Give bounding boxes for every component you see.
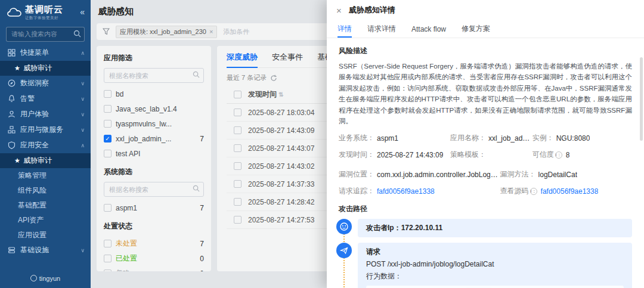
app-filter-item[interactable]: test API xyxy=(104,146,204,161)
scrollbar-thumb[interactable] xyxy=(640,57,643,141)
tab-request-detail[interactable]: 请求详情 xyxy=(367,20,396,38)
sidebar-item-quick-menu[interactable]: 快捷菜单 ∧ xyxy=(0,45,91,61)
field-value: aspm1 xyxy=(377,134,398,143)
user-icon xyxy=(7,110,16,118)
info-icon[interactable] xyxy=(555,151,562,159)
app-filter-item[interactable]: bd xyxy=(104,86,204,101)
refresh-icon[interactable] xyxy=(270,75,277,82)
sidebar-item-infrastructure[interactable]: 基础设施 ∨ xyxy=(0,243,91,258)
sidebar-item-base-config[interactable]: 基础配置 xyxy=(0,198,91,213)
grid-icon xyxy=(7,49,16,57)
row-checkbox[interactable] xyxy=(234,180,242,188)
attacker-icon xyxy=(336,219,352,234)
behavior-code: executorAddress=http://ng████████&logId=… xyxy=(366,286,624,288)
sidebar-collapse-icon[interactable]: « xyxy=(80,7,85,17)
row-checkbox[interactable] xyxy=(234,162,242,170)
app-filter-item[interactable]: Java_sec_lab_v1.4 xyxy=(104,101,204,116)
view-source-link[interactable]: fafd0056f9ae1338 xyxy=(541,187,599,196)
sidebar-subitem-label: 基础配置 xyxy=(18,200,47,210)
sidebar-footer: tingyun xyxy=(0,270,91,288)
sidebar-item-component-risk[interactable]: 组件风险 xyxy=(0,183,91,198)
app-filter-search-input[interactable] xyxy=(104,68,204,83)
tab-detail[interactable]: 详情 xyxy=(338,20,352,38)
request-line: POST /xxl-job-admin/joblog/logDetailCat xyxy=(366,260,624,268)
sidebar-item-threat-audit-quick[interactable]: ★ 威胁审计 xyxy=(0,61,91,76)
remove-filter-icon[interactable]: × xyxy=(209,28,213,35)
threat-detail-drawer: × 威胁感知详情 详情 请求详情 Attack flow 修复方案 风险描述 S… xyxy=(327,0,644,288)
sidebar-item-api-assets[interactable]: API资产 xyxy=(0,213,91,228)
app-root: 基调听云 让数字体验更美好 « 快捷菜单 ∧ ★ 威胁审计 数据洞察 xyxy=(0,0,644,288)
tab-security-events[interactable]: 安全事件 xyxy=(272,52,303,63)
sidebar-search xyxy=(6,27,85,42)
checkbox[interactable] xyxy=(104,90,112,98)
risk-desc-title: 风险描述 xyxy=(339,46,632,56)
app-filter-item-count: 7 xyxy=(200,135,204,143)
sidebar-item-user-experience[interactable]: 用户体验 ∨ xyxy=(0,107,91,122)
filter-panel: 应用筛选 bd Java_sec_lab_v1.4 tyas xyxy=(97,46,211,271)
checkbox[interactable] xyxy=(104,204,112,212)
checkbox[interactable] xyxy=(104,240,112,247)
system-filter-item-label: aspm1 xyxy=(116,204,137,212)
checkbox-checked[interactable]: ✓ xyxy=(104,135,112,143)
status-handled-label: 已处置 xyxy=(116,253,137,264)
system-filter-search-input[interactable] xyxy=(104,182,204,197)
tab-attack-flow[interactable]: Attack flow xyxy=(411,20,446,38)
field-label: 业务系统： xyxy=(339,133,374,143)
attack-path-timeline: 攻击者Ip：172.20.10.11 请求 POST /xxl-job-admi… xyxy=(336,219,632,288)
sidebar-item-data-insight[interactable]: 数据洞察 ∨ xyxy=(0,76,91,91)
field-label: 实例： xyxy=(532,133,554,143)
field-value: 2025-08-27 14:43:09 xyxy=(377,151,443,159)
row-checkbox[interactable] xyxy=(234,216,242,224)
status-item-count: 0 xyxy=(200,255,204,263)
tab-fix-plan[interactable]: 修复方案 xyxy=(462,20,490,38)
row-checkbox[interactable] xyxy=(234,144,242,152)
field-label: 应用名称： xyxy=(450,133,486,143)
bell-icon xyxy=(7,95,16,103)
row-checkbox[interactable] xyxy=(234,126,242,134)
status-filter-item[interactable]: 未处置 7 xyxy=(104,236,204,251)
sidebar-menu: 快捷菜单 ∧ ★ 威胁审计 数据洞察 ∨ 告警 ∨ 用户体验 ∨ xyxy=(0,45,91,270)
sidebar-item-app-security[interactable]: 应用安全 ∧ xyxy=(0,138,91,153)
app-filter-item[interactable]: tyaspmvulns_lw... xyxy=(104,116,204,131)
search-icon xyxy=(193,71,200,78)
request-trace-link[interactable]: fafd0056f9ae1338 xyxy=(377,187,435,196)
checkbox[interactable] xyxy=(104,105,112,113)
server-icon xyxy=(7,246,16,254)
sidebar-item-label: 基础设施 xyxy=(20,245,49,255)
app-filter-item-selected[interactable]: ✓ xxl_job_admin_... 7 xyxy=(104,131,204,146)
request-panel: 请求 POST /xxl-job-admin/joblog/logDetailC… xyxy=(358,243,632,288)
sidebar-item-alerts[interactable]: 告警 ∨ xyxy=(0,91,91,107)
checkbox[interactable] xyxy=(104,120,112,128)
sidebar-item-app-settings[interactable]: 应用设置 xyxy=(0,228,91,243)
search-icon xyxy=(73,30,81,38)
sort-icon[interactable]: ⇅ xyxy=(278,91,283,98)
sidebar-item-policy-mgmt[interactable]: 策略管理 xyxy=(0,168,91,183)
app-filter-item-label: xxl_job_admin_... xyxy=(116,135,171,143)
checkbox[interactable] xyxy=(104,150,112,157)
field-label: 查看源码 xyxy=(500,186,529,196)
app-filter-item-label: tyaspmvulns_lw... xyxy=(116,120,172,128)
row-checkbox[interactable] xyxy=(234,109,242,116)
select-all-checkbox[interactable] xyxy=(234,91,242,98)
app-filter-item-label: test API xyxy=(116,150,140,158)
app-filter-item-label: Java_sec_lab_v1.4 xyxy=(116,105,177,113)
sidebar-item-threat-audit[interactable]: ★ 威胁审计 xyxy=(0,153,91,168)
sidebar-subitem-label: 威胁审计 xyxy=(23,63,52,73)
close-icon[interactable]: × xyxy=(336,5,342,16)
checkbox[interactable] xyxy=(104,270,112,271)
row-checkbox[interactable] xyxy=(234,198,242,206)
tab-deep-threat[interactable]: 深度威胁 xyxy=(227,52,258,63)
app-filter-title: 应用筛选 xyxy=(104,53,204,63)
checkbox[interactable] xyxy=(104,255,112,262)
info-icon[interactable] xyxy=(530,188,537,195)
status-filter-item[interactable]: 已处置 0 xyxy=(104,251,204,266)
filter-tag[interactable]: 应用模块: xxl_job_admin_230 × xyxy=(116,26,217,38)
add-condition-button[interactable]: 添加条件 xyxy=(223,27,249,36)
field-label: 发现时间： xyxy=(339,150,374,160)
status-filter-item[interactable]: 忽略 0 xyxy=(104,266,204,271)
system-filter-item[interactable]: aspm1 7 xyxy=(104,200,204,215)
sidebar-item-app-microservices[interactable]: 应用与微服务 ∨ xyxy=(0,122,91,138)
chevron-down-icon: ∨ xyxy=(80,247,85,253)
cloud-logo-icon xyxy=(7,7,21,17)
field-row: 业务系统：aspm1 应用名称：xxl_job_admin_230 实例：NGU… xyxy=(327,133,644,143)
